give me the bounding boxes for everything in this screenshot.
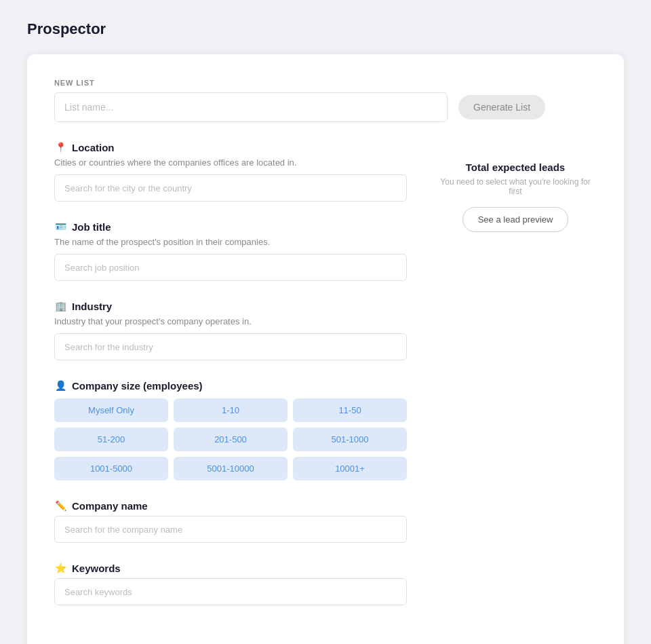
new-list-section: NEW LIST Generate List xyxy=(54,79,597,122)
job-title-description: The name of the prospect's position in t… xyxy=(54,237,407,247)
size-btn-myself[interactable]: Myself Only xyxy=(54,398,168,422)
lead-preview-button[interactable]: See a lead preview xyxy=(462,207,569,232)
industry-input[interactable] xyxy=(54,333,407,360)
filters-column: 📍 Location Cities or countries where the… xyxy=(54,141,407,624)
leads-subtitle: You need to select what you're looking f… xyxy=(434,177,597,196)
size-btn-5001-10000[interactable]: 5001-10000 xyxy=(174,457,288,480)
company-name-title: Company name xyxy=(72,500,148,512)
company-name-input[interactable] xyxy=(54,516,407,543)
company-size-grid: Myself Only 1-10 11-50 51-200 201-500 50… xyxy=(54,398,407,480)
list-name-input[interactable] xyxy=(54,92,448,122)
size-btn-1-10[interactable]: 1-10 xyxy=(174,398,288,422)
company-name-section: ✏️ Company name xyxy=(54,499,407,543)
right-panel: Total expected leads You need to select … xyxy=(434,141,597,232)
generate-list-button[interactable]: Generate List xyxy=(458,95,545,119)
list-name-row: Generate List xyxy=(54,92,597,122)
company-size-header: 👤 Company size (employees) xyxy=(54,379,407,392)
size-btn-1001-5000[interactable]: 1001-5000 xyxy=(54,457,168,480)
company-name-icon: ✏️ xyxy=(54,499,66,512)
location-input[interactable] xyxy=(54,174,407,202)
industry-title: Industry xyxy=(72,301,112,312)
location-header: 📍 Location xyxy=(54,141,407,153)
keywords-title: Keywords xyxy=(72,563,121,574)
keywords-icon: ⭐ xyxy=(54,562,66,574)
job-title-title: Job title xyxy=(72,221,111,233)
industry-section: 🏢 Industry Industry that your prospect's… xyxy=(54,300,407,360)
main-content: 📍 Location Cities or countries where the… xyxy=(54,141,597,624)
page-title: Prospector xyxy=(27,20,624,38)
main-card: NEW LIST Generate List 📍 Location Cities… xyxy=(27,54,624,644)
size-btn-11-50[interactable]: 11-50 xyxy=(293,398,407,422)
location-title: Location xyxy=(72,142,115,153)
size-btn-51-200[interactable]: 51-200 xyxy=(54,428,168,451)
keywords-input[interactable] xyxy=(54,578,407,605)
location-section: 📍 Location Cities or countries where the… xyxy=(54,141,407,202)
job-title-icon: 🪪 xyxy=(54,221,66,233)
keywords-header: ⭐ Keywords xyxy=(54,562,407,574)
job-title-section: 🪪 Job title The name of the prospect's p… xyxy=(54,221,407,281)
industry-description: Industry that your prospect's company op… xyxy=(54,316,407,326)
keywords-section: ⭐ Keywords xyxy=(54,562,407,605)
new-list-label: NEW LIST xyxy=(54,79,597,87)
job-title-header: 🪪 Job title xyxy=(54,221,407,233)
company-size-icon: 👤 xyxy=(54,379,66,392)
location-icon: 📍 xyxy=(54,141,66,153)
size-btn-501-1000[interactable]: 501-1000 xyxy=(293,428,407,451)
size-btn-10001plus[interactable]: 10001+ xyxy=(293,457,407,480)
industry-header: 🏢 Industry xyxy=(54,300,407,312)
company-name-header: ✏️ Company name xyxy=(54,499,407,512)
company-size-section: 👤 Company size (employees) Myself Only 1… xyxy=(54,379,407,480)
size-btn-201-500[interactable]: 201-500 xyxy=(174,428,288,451)
industry-icon: 🏢 xyxy=(54,300,66,312)
location-description: Cities or countries where the companies … xyxy=(54,157,407,168)
leads-title: Total expected leads xyxy=(466,162,565,173)
job-title-input[interactable] xyxy=(54,254,407,281)
company-size-title: Company size (employees) xyxy=(72,380,203,392)
